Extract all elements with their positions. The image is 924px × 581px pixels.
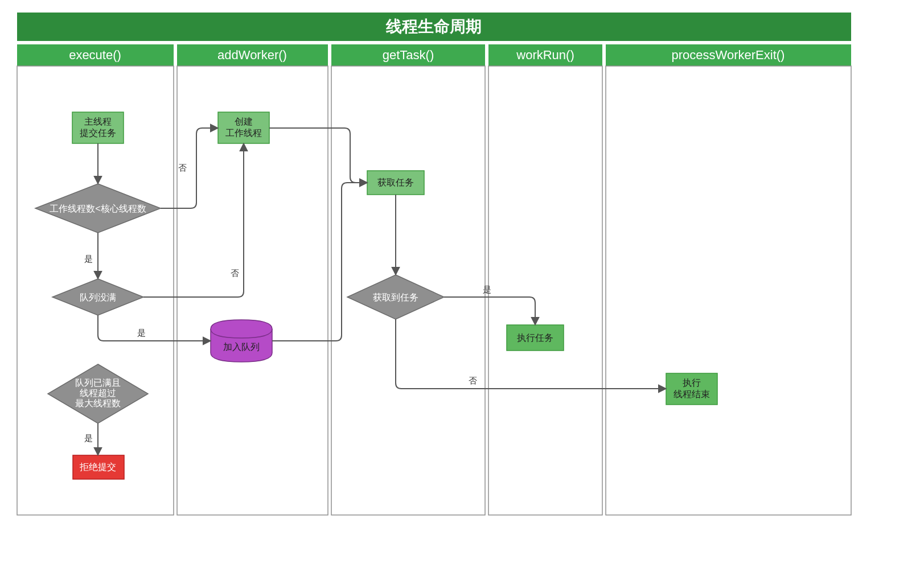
edge-checkCore-no: [161, 128, 218, 208]
svg-text:创建: 创建: [235, 117, 253, 126]
edge-create-to-gettask: [269, 128, 367, 183]
lane-header-getTask: getTask(): [383, 48, 434, 62]
lane-borders: [17, 66, 851, 515]
node-run-task: 执行任务: [507, 325, 564, 351]
node-queue-full-max: 队列已满且 线程超过 最大线程数: [48, 364, 148, 423]
edge-gottask-yes: [444, 297, 535, 325]
label-queueFullMax-yes: 是: [84, 433, 93, 443]
svg-text:获取到任务: 获取到任务: [373, 292, 418, 302]
node-enqueue: 加入队列: [211, 320, 272, 362]
node-reject: 拒绝提交: [73, 455, 124, 479]
edge-enqueue-to-gettask: [272, 183, 367, 341]
node-check-core: 工作线程数<核心线程数: [35, 184, 161, 233]
label-queueNotFull-yes: 是: [137, 328, 146, 337]
svg-text:执行任务: 执行任务: [517, 333, 553, 343]
lane-header-processWorkerExit: processWorkerExit(): [672, 48, 785, 62]
svg-text:工作线程数<核心线程数: 工作线程数<核心线程数: [50, 204, 146, 213]
node-get-task: 获取任务: [367, 171, 424, 195]
node-got-task: 获取到任务: [347, 275, 444, 319]
lane-headers: execute() addWorker() getTask() workRun(…: [17, 44, 851, 66]
svg-text:队列没满: 队列没满: [80, 292, 116, 302]
edge-queueNotFull-yes: [98, 315, 211, 341]
svg-text:主线程: 主线程: [84, 117, 112, 126]
svg-text:队列已满且: 队列已满且: [75, 378, 121, 388]
label-checkCore-no: 否: [178, 163, 187, 172]
node-create-worker: 创建 工作线程: [218, 112, 269, 143]
lane-header-workRun: workRun(): [516, 48, 574, 62]
node-queue-not-full: 队列没满: [52, 279, 143, 315]
label-gottask-yes: 是: [483, 285, 491, 294]
svg-rect-9: [606, 66, 851, 515]
svg-text:线程超过: 线程超过: [80, 388, 116, 398]
svg-text:加入队列: 加入队列: [223, 342, 260, 352]
svg-text:拒绝提交: 拒绝提交: [79, 462, 116, 472]
node-submit: 主线程 提交任务: [72, 112, 124, 143]
svg-text:最大线程数: 最大线程数: [75, 398, 121, 408]
edge-queueNotFull-no: [143, 143, 244, 297]
lane-header-addWorker: addWorker(): [217, 48, 287, 62]
svg-text:执行: 执行: [683, 378, 701, 388]
svg-text:工作线程: 工作线程: [225, 128, 262, 138]
flowchart-canvas: 线程生命周期 execute() addWorker() getTask() w…: [0, 0, 924, 581]
node-thread-end: 执行 线程结束: [666, 373, 717, 405]
svg-rect-8: [488, 66, 602, 515]
label-queueNotFull-no: 否: [231, 268, 239, 278]
svg-text:获取任务: 获取任务: [377, 178, 414, 187]
svg-text:线程结束: 线程结束: [674, 389, 710, 399]
lane-header-execute: execute(): [69, 48, 121, 62]
svg-text:提交任务: 提交任务: [80, 128, 116, 138]
title-text: 线程生命周期: [385, 18, 482, 35]
label-checkCore-yes: 是: [84, 254, 93, 263]
label-gottask-no: 否: [469, 376, 477, 385]
